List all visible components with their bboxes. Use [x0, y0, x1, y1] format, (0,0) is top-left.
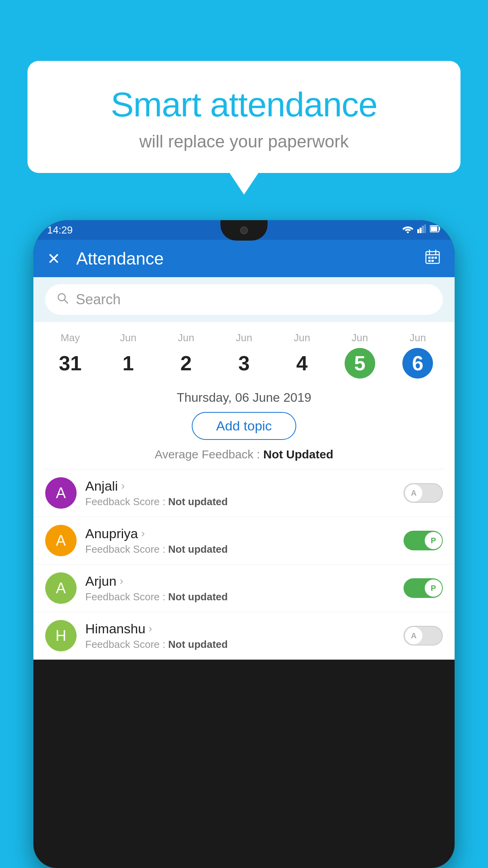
feedback-summary-label: Average Feedback : — [155, 448, 260, 461]
toggle-knob: A — [405, 627, 422, 644]
search-container: Search — [33, 277, 455, 322]
calendar-icon[interactable] — [424, 248, 441, 268]
student-feedback: Feedback Score : Not updated — [85, 591, 395, 603]
student-feedback: Feedback Score : Not updated — [85, 496, 395, 508]
speech-bubble: Smart attendance will replace your paper… — [28, 61, 460, 173]
toggle-knob: P — [425, 579, 442, 597]
cal-month-label: May — [41, 332, 99, 344]
toggle-knob: A — [405, 484, 422, 502]
student-name: Anupriya › — [85, 526, 395, 541]
attendance-toggle[interactable]: P — [404, 578, 443, 598]
search-icon — [57, 292, 69, 307]
toggle-knob: P — [425, 532, 442, 549]
wifi-icon — [402, 224, 413, 235]
status-bar: 14:29 — [33, 220, 455, 240]
cal-month-label: Jun — [215, 332, 273, 344]
svg-rect-7 — [431, 226, 437, 231]
cal-date-number: 3 — [229, 348, 259, 379]
close-button[interactable]: ✕ — [47, 250, 61, 268]
speech-bubble-container: Smart attendance will replace your paper… — [28, 61, 460, 173]
attendance-toggle[interactable]: A — [404, 483, 443, 503]
camera-dot — [240, 226, 248, 234]
attendance-toggle[interactable]: A — [404, 626, 443, 645]
cal-day-1[interactable]: Jun1 — [99, 332, 157, 379]
svg-rect-14 — [435, 257, 437, 259]
cal-date-number: 2 — [171, 348, 202, 379]
svg-rect-2 — [420, 228, 422, 233]
calendar-strip: May31Jun1Jun2Jun3Jun4Jun5Jun6 — [33, 322, 455, 384]
avatar: A — [45, 572, 77, 604]
svg-line-18 — [64, 300, 68, 303]
cal-month-label: Jun — [389, 332, 447, 344]
signal-icon — [417, 224, 426, 235]
cal-day-5[interactable]: Jun5 — [331, 332, 389, 379]
student-info: Anupriya ›Feedback Score : Not updated — [85, 526, 395, 555]
toggle-switch[interactable]: A — [404, 483, 443, 503]
feedback-summary-value: Not Updated — [263, 448, 333, 461]
phone-frame: 14:29 ✕ Attendance — [33, 220, 455, 868]
attendance-toggle[interactable]: P — [404, 531, 443, 550]
toggle-switch[interactable]: P — [404, 578, 443, 598]
search-input[interactable]: Search — [76, 291, 121, 308]
avatar: A — [45, 525, 77, 556]
svg-rect-3 — [422, 226, 424, 233]
chevron-icon: › — [119, 575, 123, 587]
chevron-icon: › — [121, 480, 125, 492]
add-topic-button[interactable]: Add topic — [192, 412, 296, 440]
cal-month-label: Jun — [331, 332, 389, 344]
svg-point-0 — [407, 232, 409, 234]
phone-screen: Search May31Jun1Jun2Jun3Jun4Jun5Jun6 Thu… — [33, 277, 455, 660]
bubble-subtitle: will replace your paperwork — [47, 132, 441, 151]
toggle-switch[interactable]: P — [404, 531, 443, 550]
student-feedback: Feedback Score : Not updated — [85, 638, 395, 651]
student-info: Anjali ›Feedback Score : Not updated — [85, 478, 395, 508]
cal-date-number: 4 — [286, 348, 317, 379]
battery-icon — [430, 224, 441, 235]
svg-rect-16 — [431, 260, 434, 262]
student-info: Arjun ›Feedback Score : Not updated — [85, 574, 395, 603]
svg-rect-13 — [431, 257, 434, 259]
cal-date-number: 31 — [55, 348, 86, 379]
cal-day-3[interactable]: Jun3 — [215, 332, 273, 379]
cal-month-label: Jun — [157, 332, 215, 344]
svg-rect-6 — [439, 227, 440, 230]
cal-date-number: 5 — [345, 348, 375, 379]
toggle-switch[interactable]: A — [404, 626, 443, 645]
svg-rect-4 — [424, 224, 426, 233]
chevron-icon: › — [149, 622, 152, 635]
bubble-title: Smart attendance — [47, 85, 441, 125]
status-icons — [402, 224, 441, 235]
svg-rect-12 — [428, 257, 431, 259]
cal-month-label: Jun — [273, 332, 331, 344]
student-item[interactable]: HHimanshu ›Feedback Score : Not updatedA — [33, 612, 455, 660]
app-header: ✕ Attendance — [33, 240, 455, 277]
cal-date-number: 6 — [402, 348, 433, 379]
student-info: Himanshu ›Feedback Score : Not updated — [85, 621, 395, 651]
svg-rect-15 — [428, 260, 431, 262]
student-item[interactable]: AArjun ›Feedback Score : Not updatedP — [33, 565, 455, 612]
search-bar[interactable]: Search — [45, 284, 443, 315]
feedback-summary: Average Feedback : Not Updated — [33, 448, 455, 461]
student-item[interactable]: AAnjali ›Feedback Score : Not updatedA — [33, 469, 455, 517]
student-name: Anjali › — [85, 478, 395, 494]
selected-date-label: Thursday, 06 June 2019 — [33, 390, 455, 405]
student-name: Arjun › — [85, 574, 395, 589]
header-title: Attendance — [76, 249, 424, 268]
cal-day-0[interactable]: May31 — [41, 332, 99, 379]
student-feedback: Feedback Score : Not updated — [85, 543, 395, 555]
cal-day-2[interactable]: Jun2 — [157, 332, 215, 379]
cal-month-label: Jun — [99, 332, 157, 344]
cal-day-6[interactable]: Jun6 — [389, 332, 447, 379]
chevron-icon: › — [141, 527, 145, 540]
avatar: A — [45, 477, 77, 509]
notch — [220, 220, 268, 241]
cal-date-number: 1 — [113, 348, 143, 379]
avatar: H — [45, 620, 77, 651]
student-item[interactable]: AAnupriya ›Feedback Score : Not updatedP — [33, 517, 455, 565]
student-name: Himanshu › — [85, 621, 395, 636]
cal-day-4[interactable]: Jun4 — [273, 332, 331, 379]
svg-rect-1 — [417, 229, 419, 233]
student-list: AAnjali ›Feedback Score : Not updatedAAA… — [33, 469, 455, 660]
